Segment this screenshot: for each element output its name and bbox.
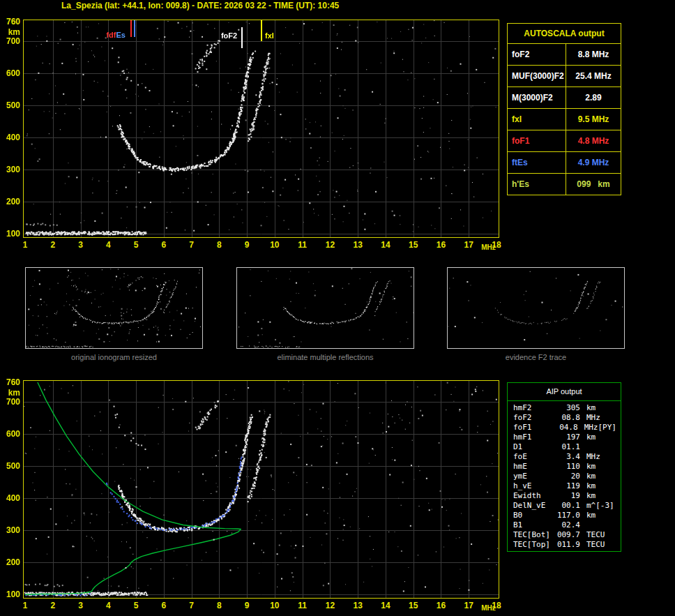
- x-axis-unit: MHz: [481, 604, 496, 612]
- aip-row-value: 119: [555, 481, 580, 491]
- aip-row-name: ymE: [513, 472, 555, 481]
- foF1-marker-line: [130, 20, 132, 37]
- x-axis-tick: 13: [349, 240, 366, 250]
- aip-row-name: B1: [513, 520, 555, 530]
- aip-row-value: 117.0: [555, 511, 580, 520]
- aip-row-value: 04.8: [554, 423, 578, 433]
- aip-row-hmF1: hmF1197km: [513, 433, 618, 442]
- fxI-marker-label: fxI: [265, 31, 274, 40]
- aip-row-unit: km: [580, 462, 596, 472]
- y-axis-unit: km: [1, 28, 20, 37]
- x-axis-tick: 2: [45, 601, 61, 610]
- x-axis-tick: 15: [405, 240, 422, 250]
- y-axis-unit: km: [1, 389, 20, 398]
- x-axis-tick: 8: [211, 240, 227, 250]
- aip-row-value: 01.1: [555, 442, 580, 452]
- y-axis-tick: 400: [1, 133, 20, 142]
- autoscala-row-label: fxI: [508, 109, 566, 130]
- aip-row-value: 02.4: [555, 520, 580, 530]
- foF2-marker-label: foF2: [195, 31, 237, 40]
- aip-row-extra: [PY]: [598, 423, 619, 433]
- y-axis-tick: 200: [1, 197, 20, 206]
- autoscala-row-label: MUF(3000)F2: [508, 66, 566, 87]
- es-marker-label-part: Es: [116, 31, 125, 39]
- autoscala-row-ftEs: ftEs4.9 MHz: [508, 152, 621, 174]
- x-axis-tick: 17: [460, 240, 477, 250]
- autoscala-output-rows: foF28.8 MHzMUF(3000)F225.4 MHzM(3000)F22…: [508, 44, 621, 195]
- autoscala-row-value: 4.9 MHz: [566, 152, 621, 173]
- aip-row-name: TEC[Bot]: [513, 530, 555, 540]
- aip-row-DelN_vE: DelN_vE00.1m^[-3]: [513, 501, 618, 511]
- y-axis-tick: 100: [1, 590, 20, 599]
- x-axis-tick: 4: [100, 240, 116, 250]
- autoscala-row-foF1: foF14.8 MHz: [508, 130, 621, 152]
- page-title: La_Spezia (lat: +44.1, lon: 009.8) - DAT…: [61, 1, 339, 10]
- aip-row-ymE: ymE20km: [513, 472, 618, 481]
- aip-row-name: h_vE: [513, 481, 555, 491]
- y-axis-tick: 600: [1, 430, 20, 439]
- aip-row-D1: D101.1: [513, 442, 618, 452]
- aip-row-name: foE: [513, 452, 555, 462]
- aip-row-h_vE: h_vE119km: [513, 481, 618, 491]
- x-axis-tick: 14: [377, 601, 394, 610]
- top-ionogram-canvas: [24, 20, 499, 237]
- aip-row-value: 08.8: [555, 413, 580, 423]
- aip-row-name: B0: [513, 511, 555, 520]
- aip-row-name: foF1: [513, 423, 554, 433]
- y-axis-tick: 600: [1, 69, 20, 78]
- aip-row-unit: km: [580, 491, 596, 501]
- y-axis-tick: 300: [1, 165, 20, 174]
- autoscala-row-label: foF1: [508, 130, 566, 151]
- x-axis-tick: 10: [266, 240, 283, 250]
- foF2-marker-line: [241, 27, 243, 48]
- x-axis-tick: 16: [432, 240, 449, 250]
- autoscala-output-header: AUTOSCALA output: [508, 24, 621, 44]
- x-axis-tick: 11: [294, 240, 311, 250]
- y-axis-tick: 760: [1, 17, 20, 27]
- x-axis-tick: 12: [321, 240, 338, 250]
- aip-row-hmF2: hmF2305km: [513, 403, 618, 413]
- aip-row-name: hmF2: [513, 403, 555, 413]
- aip-row-name: D1: [513, 442, 555, 452]
- x-axis-tick: 15: [405, 601, 422, 610]
- x-axis-tick: 9: [238, 240, 255, 250]
- y-axis-tick: 500: [1, 101, 20, 110]
- x-axis-tick: 10: [266, 601, 283, 610]
- bottom-ionogram-canvas: [24, 381, 499, 598]
- autoscala-row-value: 25.4 MHz: [566, 66, 621, 87]
- aip-row-value: 00.1: [555, 501, 580, 511]
- aip-row-value: 19: [555, 491, 580, 501]
- x-axis-tick: 11: [294, 601, 311, 610]
- aip-row-unit: MHz: [580, 452, 600, 462]
- autoscala-row-label: ftEs: [508, 152, 566, 173]
- x-axis-tick: 7: [183, 601, 200, 610]
- aip-row-unit: TECU: [580, 540, 605, 550]
- x-axis-tick: 9: [238, 601, 255, 610]
- aip-row-unit: km: [580, 481, 596, 491]
- autoscala-row-M(3000)F2: M(3000)F22.89: [508, 87, 621, 109]
- thumbnail-caption-f2: evidence F2 trace: [447, 353, 625, 361]
- x-axis-tick: 5: [128, 240, 144, 250]
- aip-row-unit: km: [580, 403, 596, 413]
- aip-row-unit: TECU: [580, 530, 605, 540]
- ftEs-marker-line: [134, 20, 135, 37]
- x-axis-tick: 2: [45, 240, 61, 250]
- thumbnail-f2-trace: [447, 267, 625, 349]
- aip-row-unit: km: [580, 511, 596, 520]
- aip-output-panel: AIP output hmF2305kmfoF208.8MHzfoF104.8M…: [507, 382, 621, 552]
- autoscala-row-label: M(3000)F2: [508, 87, 566, 108]
- autoscala-app-window: La_Spezia (lat: +44.1, lon: 009.8) - DAT…: [0, 0, 675, 616]
- x-axis-tick: 3: [73, 240, 89, 250]
- aip-row-name: hmE: [513, 462, 555, 472]
- x-axis-tick: 1: [17, 601, 33, 610]
- aip-row-name: TEC[Top]: [513, 540, 555, 550]
- aip-row-hmE: hmE110km: [513, 462, 618, 472]
- aip-row-value: 305: [555, 403, 580, 413]
- aip-row-unit: km: [580, 472, 596, 481]
- x-axis-tick: 3: [73, 601, 89, 610]
- aip-row-unit: MHz: [578, 423, 598, 433]
- x-axis-tick: 13: [349, 601, 366, 610]
- x-axis-tick: 12: [321, 601, 338, 610]
- y-axis-tick: 100: [1, 230, 20, 239]
- x-axis-tick: 7: [183, 240, 200, 250]
